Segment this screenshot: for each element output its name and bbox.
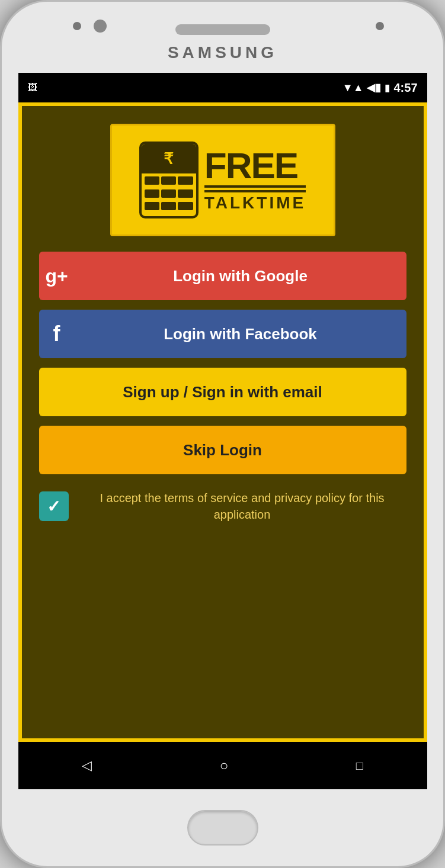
notification-icon: 🖼: [28, 82, 37, 93]
terms-row: ✓ I accept the terms of service and priv…: [39, 484, 406, 529]
key-6: [178, 189, 193, 198]
key-4: [145, 189, 159, 198]
key-5: [161, 189, 176, 198]
logo-underline-2: [204, 190, 306, 192]
front-camera: [94, 20, 107, 33]
nav-bar: ◁ ○ □: [18, 742, 427, 789]
checkmark-icon: ✓: [47, 497, 60, 516]
wifi-icon: ▼▲: [342, 82, 364, 94]
google-button-label: Login with Google: [75, 267, 406, 285]
status-left: 🖼: [28, 82, 37, 93]
phone-screen: 🖼 ▼▲ ◀▮ ▮ 4:57 ₹: [18, 73, 427, 789]
home-button[interactable]: ○: [202, 751, 246, 780]
terms-text: I accept the terms of service and privac…: [78, 490, 406, 523]
skip-login-button[interactable]: Skip Login: [39, 426, 406, 474]
phone-top: SAMSUNG: [2, 2, 443, 73]
sensor-dot: [376, 22, 384, 30]
brand-label: SAMSUNG: [168, 43, 277, 62]
login-facebook-button[interactable]: f Login with Facebook: [39, 310, 406, 358]
phone-bottom: [2, 789, 443, 866]
logo-container: ₹: [110, 124, 335, 236]
logo-inner: ₹: [139, 142, 306, 218]
recent-button[interactable]: □: [338, 753, 381, 779]
skip-button-label: Skip Login: [39, 441, 406, 459]
signal-icon: ◀▮: [367, 81, 381, 94]
phone-device: SAMSUNG 🖼 ▼▲ ◀▮ ▮ 4:57 ₹: [0, 0, 445, 868]
phone-speaker: [175, 24, 270, 35]
terms-checkbox[interactable]: ✓: [39, 491, 69, 521]
facebook-icon: f: [39, 310, 75, 358]
physical-home-button[interactable]: [187, 810, 258, 846]
status-bar: 🖼 ▼▲ ◀▮ ▮ 4:57: [18, 73, 427, 102]
key-2: [161, 176, 176, 185]
key-1: [145, 176, 159, 185]
status-right: ▼▲ ◀▮ ▮ 4:57: [342, 81, 418, 95]
app-logo-phone-icon: ₹: [139, 142, 199, 218]
facebook-button-label: Login with Facebook: [75, 325, 406, 343]
key-3: [178, 176, 193, 185]
talktime-label: TALKTIME: [204, 194, 306, 213]
key-7: [145, 202, 159, 210]
free-label: FREE: [204, 147, 297, 184]
rupee-symbol: ₹: [142, 144, 196, 173]
battery-icon: ▮: [385, 82, 390, 94]
key-9: [178, 202, 193, 210]
key-8: [161, 202, 176, 210]
app-content: ₹: [18, 102, 427, 742]
login-google-button[interactable]: g+ Login with Google: [39, 252, 406, 300]
signup-email-button[interactable]: Sign up / Sign in with email: [39, 368, 406, 416]
time-display: 4:57: [393, 81, 417, 95]
google-icon: g+: [39, 252, 75, 300]
phone-keypad: [142, 173, 196, 216]
logo-underline-1: [204, 185, 306, 188]
back-button[interactable]: ◁: [64, 752, 110, 779]
email-button-label: Sign up / Sign in with email: [39, 383, 406, 401]
logo-text: FREE TALKTIME: [204, 147, 306, 213]
front-camera-dot: [73, 22, 81, 30]
